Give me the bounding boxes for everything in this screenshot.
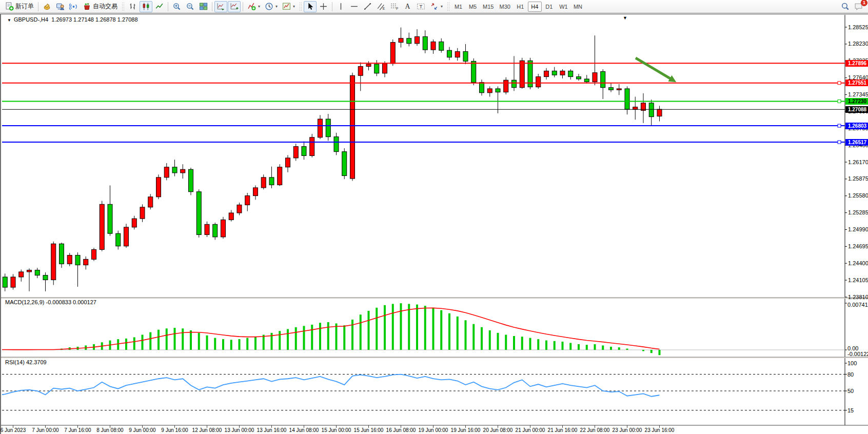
chart-canvas[interactable] (1, 14, 868, 434)
line-chart-button[interactable] (153, 1, 166, 12)
sell-signal-arrow[interactable] (636, 58, 671, 79)
bull-candle (310, 137, 314, 156)
search-button[interactable] (839, 1, 852, 12)
chart-corner-marker-icon[interactable]: ▼ (623, 15, 627, 21)
timeframe-button-h1[interactable]: H1 (514, 2, 527, 12)
auto-scroll-button[interactable] (214, 1, 227, 12)
bull-candle (390, 43, 395, 64)
periods-button-caret-icon: ▾ (275, 4, 278, 9)
indicators-button[interactable]: ▾ (245, 1, 262, 12)
bear-candle (447, 50, 452, 57)
gold-pin-button[interactable] (41, 1, 53, 12)
bull-candle (633, 107, 638, 109)
text-label-button[interactable]: T (415, 1, 427, 12)
bull-candle (19, 272, 24, 277)
cursor-button[interactable] (304, 1, 317, 12)
line-handle[interactable] (838, 124, 841, 127)
main-toolbar: 新订单自动交易▾▾▾EFAT▾M1M5M15M30H1H4D1W1MN1 (0, 0, 868, 13)
text-button[interactable]: A (401, 1, 414, 12)
rsi-line (1, 374, 660, 397)
timeframe-button-d1[interactable]: D1 (542, 2, 556, 12)
tile-windows-button[interactable] (197, 1, 210, 12)
bear-candle (75, 255, 80, 265)
bull-candle (366, 64, 371, 66)
svg-text:T: T (420, 4, 423, 9)
chart-ohlc-values: 1.26973 1.27148 1.26878 1.27088 (51, 16, 137, 23)
macd-panel[interactable] (1, 303, 845, 355)
new-order-button-label: 新订单 (15, 2, 34, 11)
main-price-panel[interactable] (1, 28, 845, 291)
timeframe-button-h4[interactable]: H4 (528, 2, 542, 12)
macd-signal-line (1, 308, 660, 349)
candlestick-button[interactable] (140, 1, 152, 12)
search-icon (841, 2, 850, 11)
timeframe-button-m30[interactable]: M30 (497, 2, 512, 12)
timeframe-button-m1[interactable]: M1 (451, 2, 465, 12)
bear-candle (374, 64, 379, 73)
bear-candle (172, 167, 177, 173)
vertical-line-button[interactable] (334, 1, 347, 12)
zoom-in-icon (172, 2, 181, 11)
zoom-out-button[interactable] (184, 1, 196, 12)
price-line-label-1.27551: 1.27551 (845, 80, 868, 86)
auto-trading-button[interactable]: 自动交易 (81, 1, 120, 12)
signals-button[interactable] (67, 1, 80, 12)
trendline-button[interactable] (361, 1, 374, 12)
bear-candle (512, 80, 517, 88)
price-line-label-1.26517: 1.26517 (845, 139, 868, 146)
new-order-button[interactable]: 新订单 (3, 1, 36, 12)
price-line-label-1.27896: 1.27896 (845, 60, 868, 67)
crosshair-icon (319, 2, 328, 11)
notifications-button[interactable]: 1 (852, 1, 865, 12)
bull-candle (593, 73, 597, 82)
svg-text:F: F (396, 7, 398, 10)
price-axis-tick-label: 1.24105 (848, 277, 868, 284)
periods-button[interactable]: ▾ (263, 1, 280, 12)
rsi-panel[interactable] (1, 374, 845, 410)
bull-candle (350, 75, 355, 179)
bull-candle (156, 177, 161, 197)
zoom-in-button[interactable] (170, 1, 183, 12)
cursor-icon (306, 2, 314, 11)
hline-icon (350, 2, 359, 11)
arrows-button[interactable]: ▾ (428, 1, 445, 12)
toolbar-separator (332, 2, 332, 11)
chart-window[interactable]: ▼GBPUSD-,H4 1.26973 1.27148 1.26878 1.27… (0, 14, 868, 434)
bear-candle (213, 224, 218, 237)
templates-button[interactable]: ▾ (280, 1, 297, 12)
svg-text:A: A (405, 3, 410, 10)
bull-candle (415, 36, 420, 43)
line-handle[interactable] (838, 141, 841, 144)
chart-shift-button[interactable] (228, 1, 241, 12)
auto-trading-button-label: 自动交易 (93, 2, 117, 11)
bull-candle (358, 66, 363, 75)
line-handle[interactable] (838, 100, 841, 103)
account-button[interactable] (54, 1, 67, 12)
line-handle[interactable] (838, 82, 841, 85)
horizontal-line-button[interactable] (348, 1, 361, 12)
doc-plus-icon (5, 2, 14, 11)
crosshair-button[interactable] (317, 1, 330, 12)
timeframe-button-m15[interactable]: M15 (480, 2, 496, 12)
ohlc-bars-icon (128, 2, 137, 11)
bull-candle (100, 204, 104, 249)
tiles-icon (199, 2, 208, 11)
timeframe-button-m5[interactable]: M5 (466, 2, 480, 12)
fibonacci-button[interactable]: F (388, 1, 401, 12)
price-axis-tick-label: 1.28230 (848, 41, 868, 47)
timeframe-button-mn[interactable]: MN (571, 2, 585, 12)
zoom-out-icon (186, 2, 194, 11)
bear-candle (189, 169, 193, 192)
toolbar-separator (212, 2, 212, 11)
chart-title-collapse-icon[interactable]: ▼ (7, 18, 11, 23)
bar-chart-button[interactable] (126, 1, 139, 12)
bear-candle (342, 152, 347, 176)
bear-candle (269, 177, 274, 185)
chart-title: ▼GBPUSD-,H4 1.26973 1.27148 1.26878 1.27… (7, 16, 138, 23)
bear-candle (196, 192, 201, 235)
price-axis-tick-label: 1.28525 (848, 24, 868, 31)
trendline-icon (363, 2, 372, 11)
equidistant-channel-button[interactable]: E (374, 1, 387, 12)
timeframe-button-w1[interactable]: W1 (557, 2, 570, 12)
notification-badge: 1 (861, 0, 867, 6)
